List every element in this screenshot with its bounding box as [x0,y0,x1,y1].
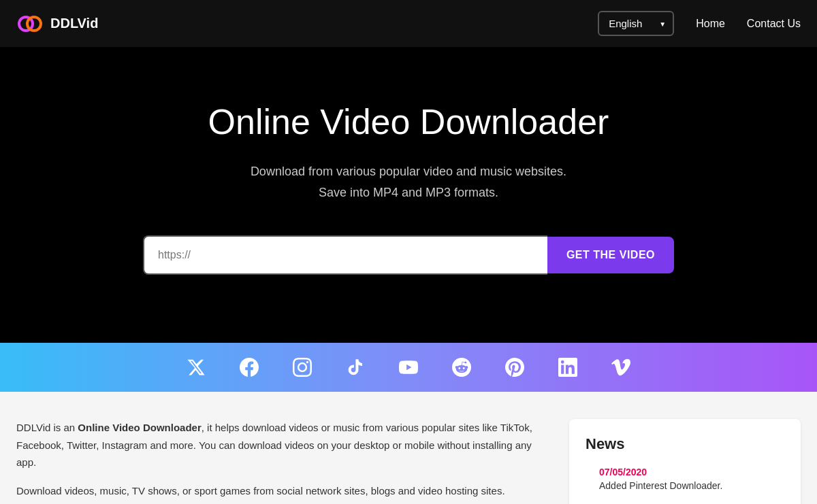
linkedin-icon[interactable] [558,358,577,377]
vimeo-icon[interactable] [611,358,630,377]
main-text: DDLVid is an Online Video Downloader, it… [16,419,549,504]
news-title: News [586,435,784,453]
news-list: 07/05/2020 Added Pinterest Downloader. [586,467,784,491]
facebook-icon[interactable] [240,358,259,377]
language-selector-wrapper[interactable]: English Español Français Deutsch 中文 [598,11,674,36]
paragraph2: Download videos, music, TV shows, or spo… [16,482,549,500]
intro-paragraph: DDLVid is an Online Video Downloader, it… [16,419,549,471]
search-row: GET THE VIDEO [143,235,674,275]
news-item: 07/05/2020 Added Pinterest Downloader. [599,467,784,491]
twitter-icon[interactable] [187,358,206,377]
url-input[interactable] [143,235,547,275]
hero-subtitle-line2: Save into MP4 and MP3 formats. [319,186,498,199]
navbar-right: English Español Français Deutsch 中文 Home… [598,11,801,36]
language-select[interactable]: English Español Français Deutsch 中文 [598,11,674,36]
intro-bold: Online Video Downloader [78,422,201,433]
news-box: News 07/05/2020 Added Pinterest Download… [569,419,801,504]
nav-home-link[interactable]: Home [696,18,725,30]
social-strip [0,343,817,392]
news-date: 07/05/2020 [599,467,784,477]
tiktok-icon[interactable] [346,358,365,377]
intro-prefix: DDLVid is an [16,422,78,433]
logo-icon [16,10,44,37]
youtube-icon[interactable] [399,358,418,377]
sidebar: News 07/05/2020 Added Pinterest Download… [569,419,801,504]
hero-subtitle: Download from various popular video and … [251,161,566,203]
brand-link[interactable]: DDLVid [16,10,98,37]
instagram-icon[interactable] [293,358,312,377]
hero-subtitle-line1: Download from various popular video and … [251,165,566,178]
nav-contact-link[interactable]: Contact Us [747,18,801,30]
reddit-icon[interactable] [452,358,471,377]
brand-name: DDLVid [50,16,98,31]
get-video-button[interactable]: GET THE VIDEO [547,237,674,273]
pinterest-icon[interactable] [505,358,524,377]
news-text: Added Pinterest Downloader. [599,480,784,491]
hero-section: Online Video Downloader Download from va… [0,47,817,343]
navbar: DDLVid English Español Français Deutsch … [0,0,817,47]
hero-title: Online Video Downloader [208,101,609,142]
content-section: DDLVid is an Online Video Downloader, it… [0,392,817,504]
